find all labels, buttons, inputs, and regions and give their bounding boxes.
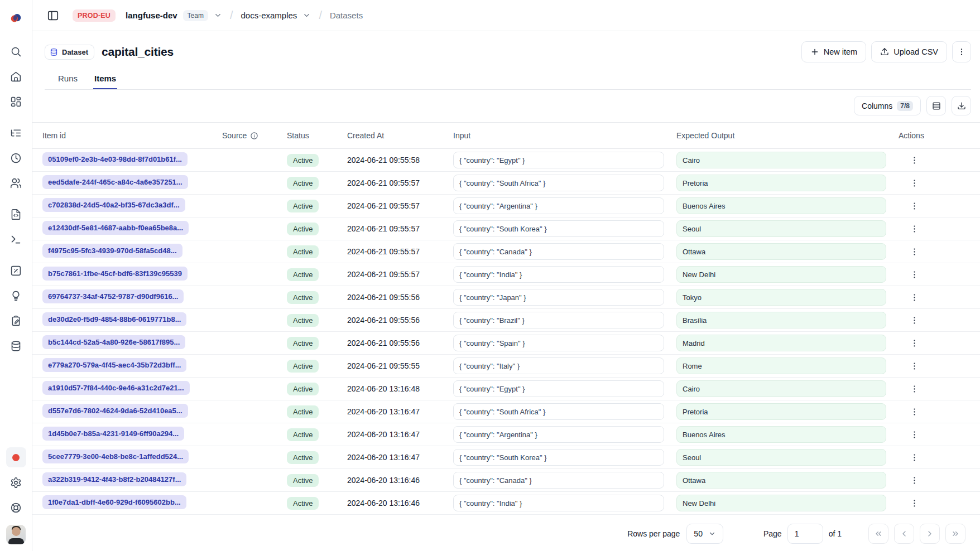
more-actions-button[interactable]: [952, 41, 971, 62]
cell-expected-output: Buenos Aires: [672, 426, 894, 443]
previous-page-button[interactable]: [894, 524, 914, 544]
cell-status: Active: [282, 383, 343, 395]
expected-output-value-box: Cairo: [676, 152, 886, 168]
table-row: 1d45b0e7-b85a-4231-9149-6ff90a294... Act…: [32, 423, 980, 446]
cell-actions: [894, 427, 971, 442]
prompts-icon[interactable]: [6, 204, 26, 224]
item-id-pill[interactable]: e12430df-5e81-4687-aabb-f0ea65be8a...: [42, 221, 189, 235]
row-actions-button[interactable]: [906, 358, 922, 374]
item-id-pill[interactable]: 69764737-34af-4752-9787-d90df9616...: [42, 289, 184, 303]
item-id-pill[interactable]: 1d45b0e7-b85a-4231-9149-6ff90a294...: [42, 427, 184, 441]
row-actions-button[interactable]: [906, 175, 922, 191]
evaluation-icon[interactable]: [6, 260, 26, 281]
row-actions-button[interactable]: [906, 381, 922, 397]
row-actions-button[interactable]: [906, 335, 922, 351]
cell-expected-output: Seoul: [672, 449, 894, 466]
more-vertical-icon: [910, 430, 919, 439]
item-id-pill[interactable]: e779a270-579a-4f45-aec4-35b72d3bff...: [42, 358, 186, 372]
annotation-icon[interactable]: [6, 311, 26, 331]
item-id-pill[interactable]: d557e7d6-7802-4624-9da6-52d410ea5...: [42, 404, 188, 418]
tab-items[interactable]: Items: [93, 70, 117, 89]
row-actions-button[interactable]: [906, 152, 922, 168]
next-page-button[interactable]: [920, 524, 940, 544]
row-height-button[interactable]: [926, 96, 946, 115]
tracing-icon[interactable]: [6, 123, 26, 143]
cell-input: { "country": "Egypt" }: [449, 380, 672, 397]
first-page-button[interactable]: [868, 524, 888, 544]
row-actions-button[interactable]: [906, 427, 922, 442]
sessions-icon[interactable]: [6, 148, 26, 168]
cell-input: { "country": "Canada" }: [449, 243, 672, 260]
support-lifebuoy-icon[interactable]: [6, 497, 26, 518]
item-id-pill[interactable]: eed5dafe-244f-465c-a84c-4a6e357251...: [42, 175, 188, 189]
item-id-pill[interactable]: 05109ef0-2e3b-4e03-98dd-8f7d01b61f...: [42, 152, 188, 166]
breadcrumb-separator: /: [228, 9, 236, 22]
row-actions-button[interactable]: [906, 495, 922, 511]
more-vertical-icon: [910, 156, 919, 165]
cell-item-id: 05109ef0-2e3b-4e03-98dd-8f7d01b61f...: [38, 152, 218, 168]
rows-icon: [932, 102, 941, 110]
upload-csv-label: Upload CSV: [893, 47, 938, 56]
status-badge: Active: [287, 245, 319, 258]
datasets-icon[interactable]: [6, 336, 26, 356]
database-icon: [50, 48, 58, 56]
export-button[interactable]: [952, 96, 971, 115]
users-icon[interactable]: [6, 173, 26, 193]
new-item-button[interactable]: New item: [801, 41, 866, 62]
langfuse-logo[interactable]: [6, 8, 26, 28]
search-icon[interactable]: [6, 41, 26, 61]
cell-actions: [894, 244, 971, 259]
cell-created-at: 2024-06-21 09:55:56: [343, 339, 449, 347]
item-id-pill[interactable]: b75c7861-1fbe-45cf-bdf6-83f139c95539: [42, 267, 188, 281]
row-actions-button[interactable]: [906, 450, 922, 465]
org-chevron-down-icon[interactable]: [214, 11, 222, 20]
column-header-actions: Actions: [894, 131, 971, 140]
dashboards-icon[interactable]: [6, 91, 26, 112]
last-page-button[interactable]: [945, 524, 965, 544]
rows-per-page-select[interactable]: 50: [686, 524, 723, 544]
table-row: f4975c95-5fc3-4939-970d-58fa5cd48... Act…: [32, 240, 980, 263]
item-id-pill[interactable]: a322b319-9412-4f43-b8f2-b20484127f...: [42, 472, 186, 486]
tab-runs[interactable]: Runs: [57, 70, 79, 89]
item-id-pill[interactable]: de30d2e0-f5d9-4854-88b6-0619771b8...: [42, 312, 186, 326]
project-chevron-down-icon[interactable]: [302, 11, 311, 20]
project-name[interactable]: docs-examples: [241, 11, 297, 20]
table-row: de30d2e0-f5d9-4854-88b6-0619771b8... Act…: [32, 309, 980, 332]
status-badge: Active: [287, 177, 319, 190]
row-actions-button[interactable]: [906, 221, 922, 236]
recording-indicator[interactable]: [6, 447, 26, 467]
cell-status: Active: [282, 405, 343, 418]
row-actions-button[interactable]: [906, 267, 922, 282]
input-value-box: { "country": "Spain" }: [453, 335, 664, 351]
page-number-input[interactable]: [787, 524, 823, 544]
row-actions-button[interactable]: [906, 244, 922, 259]
item-id-pill[interactable]: f4975c95-5fc3-4939-970d-58fa5cd48...: [42, 244, 182, 258]
upload-csv-button[interactable]: Upload CSV: [871, 41, 947, 62]
columns-button[interactable]: Columns 7/8: [854, 96, 921, 115]
user-avatar[interactable]: [6, 525, 26, 544]
row-actions-button[interactable]: [906, 404, 922, 419]
input-value-box: { "country": "Italy" }: [453, 357, 664, 374]
item-id-pill[interactable]: b5c144cd-52a5-4a80-926e-58617f895...: [42, 335, 185, 349]
settings-gear-icon[interactable]: [6, 472, 26, 492]
more-vertical-icon: [957, 47, 966, 56]
cell-item-id: de30d2e0-f5d9-4854-88b6-0619771b8...: [38, 312, 218, 328]
item-id-pill[interactable]: 1f0e7da1-dbff-4e60-929d-f6095602bb...: [42, 495, 186, 509]
source-info-icon[interactable]: [250, 132, 258, 140]
item-id-pill[interactable]: a1910d57-7f84-440c-9e46-a31c2d7e21...: [42, 381, 190, 395]
row-actions-button[interactable]: [906, 312, 922, 328]
row-actions-button[interactable]: [906, 472, 922, 488]
home-icon[interactable]: [6, 66, 26, 86]
insights-icon[interactable]: [6, 286, 26, 306]
breadcrumb-section[interactable]: Datasets: [330, 11, 363, 20]
sidebar-toggle-icon[interactable]: [44, 6, 63, 25]
item-id-pill[interactable]: 5cee7779-3e00-4eb8-be8c-1affedd524...: [42, 450, 189, 463]
row-actions-button[interactable]: [906, 198, 922, 214]
item-id-pill[interactable]: c702838d-24d5-40a2-bf35-67dc3a3df...: [42, 198, 185, 212]
row-actions-button[interactable]: [906, 289, 922, 305]
playground-icon[interactable]: [6, 229, 26, 249]
status-badge: Active: [287, 291, 319, 304]
org-name[interactable]: langfuse-dev: [126, 11, 177, 20]
table-row: d557e7d6-7802-4624-9da6-52d410ea5... Act…: [32, 400, 980, 423]
expected-output-value-box: Ottawa: [676, 472, 886, 489]
